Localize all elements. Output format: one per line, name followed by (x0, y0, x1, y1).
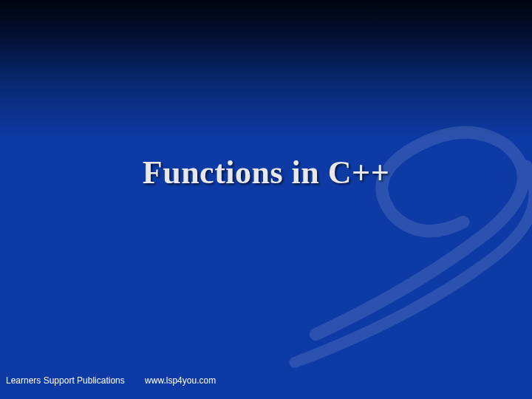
slide-footer: Learners Support Publications www.lsp4yo… (6, 375, 216, 386)
footer-publisher: Learners Support Publications (6, 375, 125, 386)
decorative-swirl (281, 89, 532, 369)
footer-url: www.lsp4you.com (145, 375, 216, 386)
presentation-slide: Functions in C++ Learners Support Public… (0, 0, 532, 399)
slide-title: Functions in C++ (0, 154, 532, 191)
